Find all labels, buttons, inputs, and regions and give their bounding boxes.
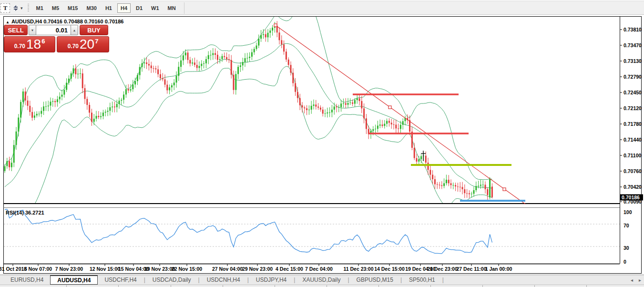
tab-usdjpy-h4[interactable]: USDJPY,H4 [249, 275, 293, 285]
time-axis-label: 27 Dec 11:00 [456, 266, 486, 272]
tab-xauusd-daily[interactable]: XAUUSD,Daily [296, 275, 347, 285]
tab-usdcnh-h4[interactable]: USDCNH,H4 [200, 275, 247, 285]
buy-price-button[interactable]: 0.70 20 7 [57, 36, 109, 52]
chart-ohlc-values: 0.70416 0.70488 0.70160 0.70186 [43, 19, 123, 24]
chart-symbol-label: AUDUSD,H4 [11, 19, 42, 24]
tab-gbpusd-m15[interactable]: GBPUSD,M15 [350, 275, 400, 285]
tab-sp500-h1[interactable]: SP500,H1 [402, 275, 442, 285]
spin-down-icon: ▼ [31, 29, 34, 32]
mt4-window: T ▾ M1M5M15M30H1H4D1W1MN 0.738100.734700… [0, 0, 644, 287]
rsi-line [5, 209, 492, 254]
chart-tab-bar: EURUSD,H4AUDUSD,H4USDCHF,H4|USDCAD,Daily… [0, 275, 644, 285]
rsi-axis-label: 70 [624, 223, 629, 228]
trendline-handle[interactable] [388, 106, 391, 109]
buy-price-major: 0.70 [68, 43, 79, 50]
time-axis-label: 4 Dec 15:00 [276, 266, 303, 272]
time-axis-label: 31 Oct 2018 [0, 266, 27, 272]
tab-usdchf-h4[interactable]: USDCHF,H4 [98, 275, 143, 285]
price-axis-label: 0.72120 [624, 105, 642, 111]
rsi-axis-label: 100 [624, 209, 632, 215]
chart-objects [274, 24, 525, 204]
buy-price-pips: 20 [80, 38, 94, 51]
tab-audusd-h4[interactable]: AUDUSD,H4 [50, 275, 98, 285]
tab-usdcad-daily[interactable]: USDCAD,Daily [146, 275, 198, 285]
time-axis-label: 21 Dec 23:00 [427, 266, 458, 272]
trendline[interactable] [276, 25, 525, 204]
rsi-axis-label: 30 [624, 245, 629, 251]
lot-increase-button[interactable]: ▲ [71, 25, 78, 35]
price-axis-label: 0.73130 [624, 58, 642, 64]
spin-up-icon: ▲ [73, 29, 76, 32]
lot-size-input[interactable] [36, 25, 71, 35]
price-axis-label: 0.71100 [624, 153, 642, 158]
trendline-handle[interactable] [503, 188, 506, 191]
tab-scroll-arrows: ◂ ▸ [631, 275, 641, 285]
time-axis-label: 1 Jan 00:00 [485, 266, 512, 272]
tab-eurusd-h4[interactable]: EURUSD,H4 [4, 275, 50, 285]
sell-button[interactable]: SELL [4, 25, 28, 35]
time-axis-label: 22 Nov 15:00 [172, 266, 202, 272]
tab-separator: | [442, 275, 444, 285]
rsi-axis-label: 0 [624, 259, 626, 265]
time-axis-label: 12 Nov 15:00 [90, 266, 120, 272]
tab-scroll-left-icon[interactable]: ◂ [631, 277, 633, 283]
price-axis-label: 0.72790 [624, 74, 642, 80]
buy-price-point: 7 [95, 38, 98, 45]
time-axis-label: 19 Nov 23:00 [144, 266, 175, 272]
price-axis-label: 0.70760 [624, 168, 642, 174]
chart-title: ▲AUDUSD,H4 0.70416 0.70488 0.70160 0.701… [6, 19, 123, 24]
collapse-arrow-icon[interactable]: ▲ [6, 20, 10, 24]
price-axis-label: 0.71440 [624, 137, 642, 143]
time-axis-label: 14 Dec 15:00 [374, 266, 405, 272]
time-axis-label: 29 Nov 23:00 [242, 266, 273, 272]
rsi-indicator-label: RSI(14) 36.2721 [6, 210, 44, 215]
trendline-handle[interactable] [274, 24, 277, 27]
current-price-value: 0.70186 [622, 195, 640, 200]
time-axis-label: 7 Dec 04:00 [305, 266, 333, 272]
time-axis-label: 7 Nov 23:00 [55, 266, 83, 272]
sell-price-point: 6 [41, 38, 45, 45]
sell-price-major: 0.70 [14, 43, 25, 50]
price-axis-label: 0.72450 [624, 90, 642, 95]
sell-price-pips: 18 [26, 38, 41, 51]
sell-price-button[interactable]: 0.70 18 6 [4, 36, 55, 52]
price-axis-label: 0.71780 [624, 121, 642, 127]
lot-decrease-button[interactable]: ▼ [29, 25, 36, 35]
one-click-trading-panel: SELL ▼ ▲ BUY 0.70 18 6 0.70 20 7 [4, 25, 109, 52]
buy-button[interactable]: BUY [80, 25, 108, 35]
status-bar [0, 285, 644, 287]
price-axis-label: 0.73810 [624, 27, 642, 32]
time-axis-label: 11 Dec 23:00 [343, 266, 373, 272]
cross-marker[interactable] [421, 151, 426, 161]
price-axis-label: 0.73470 [624, 42, 642, 48]
tab-scroll-right-icon[interactable]: ▸ [639, 277, 641, 283]
price-axis-label: 0.70420 [624, 184, 642, 190]
time-axis-label: 5 Nov 07:00 [24, 266, 52, 272]
time-axis-label: 27 Nov 04:00 [212, 266, 243, 272]
chart-tabs: EURUSD,H4AUDUSD,H4USDCHF,H4|USDCAD,Daily… [0, 275, 444, 285]
